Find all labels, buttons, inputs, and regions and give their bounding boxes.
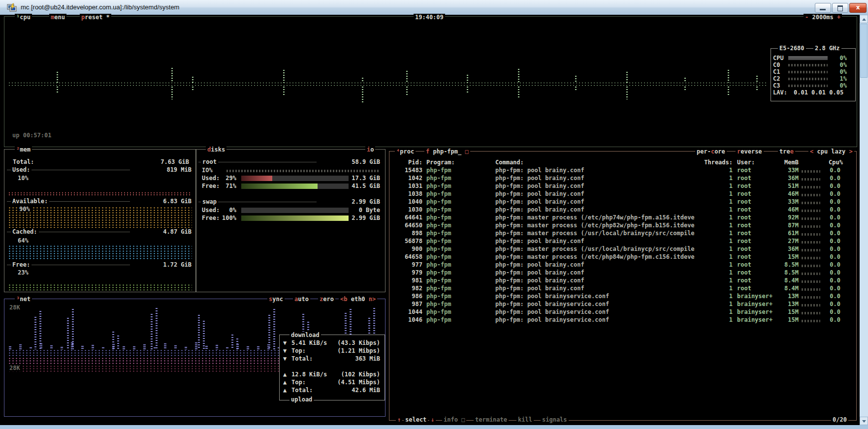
proc-pid: 56878 — [393, 238, 422, 245]
proc-program: php-fpm — [426, 238, 451, 245]
net-auto-button[interactable]: auto — [293, 296, 310, 303]
proc-mem: 13M — [768, 293, 799, 300]
select-down-icon[interactable]: ↓ — [429, 416, 436, 423]
proc-per-core-button[interactable]: per-core — [695, 148, 727, 155]
net-base-dot — [81, 346, 84, 349]
proc-program: php-fpm — [426, 316, 451, 323]
proc-program: php-fpm — [426, 269, 451, 276]
proc-command: php-fpm: pool brainy.conf — [495, 206, 584, 213]
proc-user: root — [737, 261, 751, 268]
col-pid[interactable]: Pid: — [393, 159, 422, 166]
net-zero-button[interactable]: zero — [318, 296, 335, 303]
proc-pid: 64650 — [393, 222, 422, 229]
cpu-tick — [171, 87, 173, 99]
mem-total-value: 7.63 GiB — [130, 158, 189, 165]
proc-mem-meter — [802, 280, 820, 283]
proc-pid: 15483 — [393, 167, 422, 174]
signals-button[interactable]: signals — [541, 416, 569, 423]
proc-program: php-fpm — [426, 214, 451, 221]
cpu-tick — [192, 87, 193, 91]
proc-user: root — [737, 183, 751, 189]
proc-user: root — [737, 238, 751, 245]
proc-mem-meter — [802, 210, 820, 212]
proc-reverse-button[interactable]: reverse — [736, 148, 764, 155]
proc-filter-input[interactable]: f php-fpm_ □ — [424, 148, 470, 155]
scrollbar[interactable] — [860, 15, 868, 425]
col-cpu[interactable]: Cpu% — [829, 159, 843, 166]
proc-pid: 981 — [393, 277, 422, 284]
core-usage-pct: 0% — [833, 82, 847, 89]
disk-root-io-meter — [226, 170, 380, 172]
scroll-down-button[interactable] — [860, 417, 868, 425]
col-program[interactable]: Program: — [426, 159, 455, 166]
proc-program: php-fpm — [426, 175, 451, 182]
net-sync-button[interactable]: sync — [267, 296, 285, 303]
col-user[interactable]: User: — [737, 159, 755, 166]
download-arrow-icon: ▼ — [283, 355, 287, 362]
proc-pid: 1031 — [393, 183, 422, 189]
iface-prev-button[interactable]: <b — [340, 296, 347, 303]
kill-button[interactable]: kill — [516, 416, 534, 423]
proc-pid: 1044 — [393, 308, 422, 315]
titlebar[interactable]: mc [root@ub24.itdeveloper.com.ua]:/lib/s… — [0, 0, 868, 15]
net-base-dot — [40, 343, 42, 349]
proc-mem-meter — [802, 178, 820, 181]
proc-user: root — [737, 167, 751, 174]
mem-used-graph — [8, 192, 192, 196]
proc-mem: 8.5M — [768, 269, 799, 276]
disk-swap-name: swap — [201, 198, 218, 205]
col-threads[interactable]: Threads: — [693, 159, 733, 166]
disk-root-free-pct: 71% — [217, 183, 236, 189]
cpu-tick — [406, 87, 408, 95]
maximize-button[interactable] — [832, 3, 848, 13]
upload-top-label: Top: — [291, 379, 306, 386]
proc-threads: 1 — [693, 183, 733, 189]
cpu-tick — [192, 77, 193, 83]
close-button[interactable]: x — [849, 3, 867, 13]
upload-top-value: (4.51 Mibps) — [325, 379, 380, 386]
iface-name: eth0 — [351, 296, 365, 303]
info-box-icon: □ — [461, 416, 465, 423]
close-icon: x — [850, 4, 866, 11]
cpu-tick — [406, 71, 408, 83]
proc-mem-meter — [802, 320, 820, 322]
cpu-tick — [283, 70, 285, 83]
scrollbar-thumb[interactable] — [860, 24, 868, 78]
terminate-button[interactable]: terminate — [474, 416, 509, 423]
proc-command: php-fpm: master process (/usr/local/brai… — [495, 230, 695, 237]
proc-pid: 982 — [393, 285, 422, 292]
proc-mem: 33M — [768, 198, 799, 205]
select-up-icon[interactable]: ↑ — [396, 416, 402, 423]
proc-threads: 1 — [693, 316, 733, 323]
proc-tree-button[interactable]: tree — [778, 148, 795, 155]
interval-plus-button[interactable]: + — [837, 14, 840, 21]
menu-button[interactable]: menu — [49, 14, 66, 21]
net-spike — [198, 315, 200, 349]
scroll-up-button[interactable] — [860, 15, 868, 23]
net-base-dot — [216, 345, 218, 349]
mem-cached-value: 4.87 GiB — [130, 228, 193, 235]
iface-next-button[interactable]: n> — [369, 296, 376, 303]
col-command[interactable]: Command: — [495, 159, 524, 166]
minimize-icon — [820, 9, 826, 10]
core-name: C2 — [773, 75, 780, 82]
disk-swap-used-value: 0 Byte — [345, 207, 380, 214]
proc-command: php-fpm: pool brainy.conf — [495, 277, 584, 284]
proc-mem: 27M — [768, 238, 799, 245]
cpu-tick — [575, 76, 577, 83]
proc-command: php-fpm: pool brainyservice.conf — [495, 308, 609, 315]
proc-threads: 1 — [693, 214, 733, 221]
sort-next-button[interactable]: > — [849, 148, 853, 155]
cpu-tick — [575, 87, 577, 92]
net-scale-top: 28K — [8, 304, 22, 311]
net-base-dot — [112, 344, 115, 349]
net-spike — [231, 335, 233, 349]
minimize-button[interactable] — [815, 3, 831, 13]
info-button[interactable]: info □ — [442, 416, 466, 423]
preset-button[interactable]: preset * — [80, 14, 111, 21]
col-mem[interactable]: MemB — [784, 159, 799, 166]
select-button[interactable]: select — [404, 416, 428, 423]
interval-control: - 2000ms + — [804, 14, 842, 21]
disks-io-button[interactable]: io — [365, 146, 375, 153]
proc-program: php-fpm — [426, 190, 451, 197]
